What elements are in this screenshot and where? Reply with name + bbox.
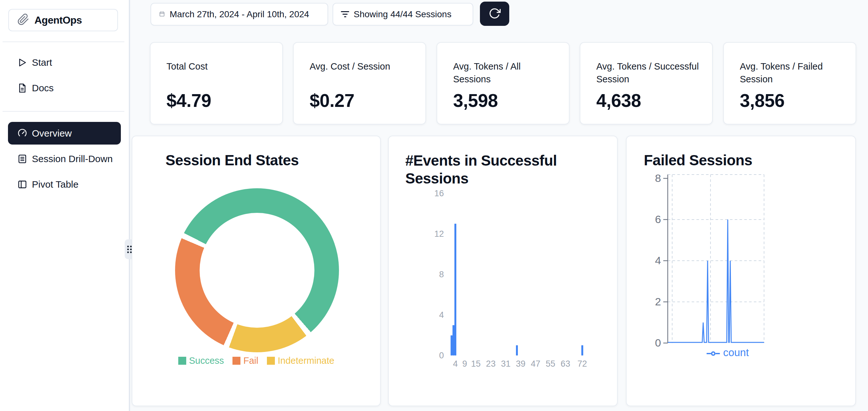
stat-label: Avg. Tokens / Successful Session: [596, 60, 702, 86]
session-end-states-donut: [175, 188, 339, 352]
stat-label: Total Cost: [166, 60, 272, 73]
date-range-label: March 27th, 2024 - April 10th, 2024: [169, 9, 309, 20]
legend-label: Success: [189, 355, 224, 366]
y-axis-label: 4: [418, 311, 444, 319]
date-range-picker[interactable]: March 27th, 2024 - April 10th, 2024: [151, 3, 328, 26]
sidebar-item-docs[interactable]: Docs: [8, 77, 121, 99]
stat-card-4: Avg. Tokens / Successful Session4,638: [580, 42, 713, 124]
sessions-filter-button[interactable]: Showing 44/44 Sessions: [333, 3, 473, 26]
count-legend-label: count: [723, 347, 749, 359]
stat-label: Avg. Cost / Session: [310, 60, 415, 73]
legend-swatch: [267, 357, 275, 365]
donut-hole: [199, 213, 314, 328]
sidebar-item-pivot-table[interactable]: Pivot Table: [8, 173, 121, 196]
legend-item-fail[interactable]: Fail: [232, 355, 258, 366]
stat-value: 3,856: [740, 90, 784, 111]
refresh-icon: [489, 7, 501, 21]
legend-item-indeterminate[interactable]: Indeterminate: [267, 355, 334, 366]
dashboard: AgentOps StartDocs OverviewSession Drill…: [0, 0, 868, 411]
chart-title: Session End States: [165, 151, 299, 169]
y-axis-label: 2: [636, 296, 661, 307]
sidebar-item-label: Docs: [32, 83, 54, 93]
legend-label: Indeterminate: [278, 355, 334, 366]
events-histogram-plot: 0481216491523313947556372: [389, 136, 617, 406]
sidebar-resize-divider: [129, 0, 130, 411]
stat-card-5: Avg. Tokens / Failed Session3,856: [723, 42, 856, 124]
y-axis-label: 8: [418, 270, 444, 279]
legend-item-success[interactable]: Success: [178, 355, 224, 366]
x-axis-label: 72: [571, 359, 593, 369]
y-axis-label: 16: [418, 189, 444, 198]
bar: [455, 224, 456, 355]
legend-label: Fail: [243, 355, 258, 366]
sidebar-item-session-drill-down[interactable]: Session Drill-Down: [8, 147, 121, 170]
paperclip-icon: [17, 13, 29, 27]
sidebar-nav-main: OverviewSession Drill-DownPivot Table: [0, 122, 129, 199]
y-axis-label: 0: [636, 337, 661, 349]
filter-icon: [341, 11, 349, 17]
legend-swatch: [178, 357, 186, 365]
y-axis-label: 6: [636, 213, 661, 225]
stat-value: $4.79: [166, 90, 211, 111]
y-axis-label: 0: [418, 351, 444, 360]
y-axis-label: 12: [418, 229, 444, 238]
sidebar-divider: [3, 111, 124, 112]
sidebar-item-overview[interactable]: Overview: [8, 122, 121, 145]
session-end-states-card: Session End States SuccessFailIndetermin…: [132, 136, 381, 406]
app-logo[interactable]: AgentOps: [8, 9, 118, 31]
y-axis-label: 4: [636, 255, 661, 266]
bar: [516, 345, 518, 355]
bar: [581, 345, 583, 355]
sidebar: AgentOps StartDocs OverviewSession Drill…: [0, 0, 129, 411]
app-title: AgentOps: [34, 14, 82, 26]
stat-card-1: Total Cost$4.79: [150, 42, 283, 124]
stat-card-3: Avg. Tokens / All Sessions3,598: [437, 42, 569, 124]
sidebar-item-label: Session Drill-Down: [32, 153, 113, 164]
calendar-icon: [159, 9, 165, 20]
sidebar-item-label: Start: [32, 57, 52, 68]
y-axis-label: 8: [636, 172, 661, 184]
line-marker-icon: [707, 347, 720, 359]
sidebar-divider: [3, 41, 124, 42]
stat-value: $0.27: [310, 90, 354, 111]
events-histogram-card: #Events in Successful Sessions 048121649…: [388, 136, 618, 406]
stat-value: 4,638: [596, 90, 641, 111]
grip-dots-icon: [127, 246, 132, 253]
failed-sessions-plot: 02468: [627, 136, 855, 406]
sidebar-item-start[interactable]: Start: [8, 51, 121, 74]
failed-sessions-card: Failed Sessions 02468 count: [626, 136, 856, 406]
sidebar-item-label: Overview: [32, 128, 72, 139]
stat-value: 3,598: [453, 90, 498, 111]
sidebar-nav-top: StartDocs: [0, 51, 129, 102]
stat-label: Avg. Tokens / All Sessions: [453, 60, 558, 86]
stat-label: Avg. Tokens / Failed Session: [740, 60, 845, 86]
stat-card-2: Avg. Cost / Session$0.27: [293, 42, 426, 124]
sidebar-item-label: Pivot Table: [32, 179, 79, 190]
donut-legend: SuccessFailIndeterminate: [132, 355, 380, 366]
legend-swatch: [232, 357, 241, 365]
sessions-filter-label: Showing 44/44 Sessions: [354, 9, 452, 20]
refresh-button[interactable]: [480, 2, 509, 26]
count-legend[interactable]: count: [707, 347, 749, 359]
